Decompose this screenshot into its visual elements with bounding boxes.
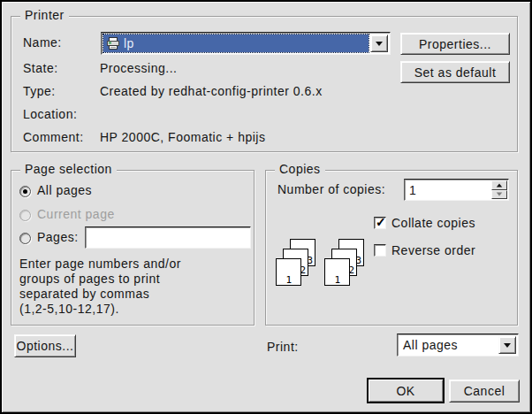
comment-value: HP 2000C, Foomatic + hpijs <box>100 130 265 144</box>
printer-name-combobox[interactable]: lp <box>101 32 391 55</box>
spin-up-button[interactable] <box>491 180 507 190</box>
radio-pages-label[interactable]: Pages: <box>37 230 79 244</box>
reverse-order-label[interactable]: Reverse order <box>391 243 475 257</box>
comment-label: Comment: <box>23 130 84 144</box>
properties-button[interactable]: Properties... <box>400 33 510 55</box>
copies-spin-controls <box>491 180 507 199</box>
print-dialog: Printer Name: lp Properties... Set as de… <box>0 0 532 414</box>
collate-preview-stack: 3 2 1 <box>324 239 366 288</box>
printer-name-value: lp <box>124 36 134 50</box>
state-value: Processing... <box>100 61 177 75</box>
chevron-down-icon <box>376 42 383 46</box>
radio-all-pages[interactable] <box>19 186 31 197</box>
collate-copies-checkbox[interactable]: ✓ <box>374 217 386 229</box>
print-range-value: All pages <box>403 338 458 352</box>
pages-input-wrapper <box>85 226 251 249</box>
printer-name-dropdown-button[interactable] <box>370 34 388 52</box>
checkmark-icon: ✓ <box>376 215 386 229</box>
print-label: Print: <box>267 340 299 354</box>
printer-icon <box>106 37 120 50</box>
printer-name-selected[interactable]: lp <box>103 34 369 52</box>
type-label: Type: <box>23 84 56 98</box>
up-arrow-icon <box>497 183 502 187</box>
pages-input[interactable] <box>86 227 250 248</box>
set-as-default-button[interactable]: Set as default <box>400 61 510 83</box>
location-label: Location: <box>23 107 77 121</box>
copies-spinbox <box>404 179 509 201</box>
reverse-order-checkbox[interactable] <box>374 244 386 257</box>
number-of-copies-label: Number of copies: <box>277 182 385 196</box>
type-value: Created by redhat-config-printer 0.6.x <box>100 84 323 98</box>
radio-all-pages-label[interactable]: All pages <box>37 183 92 197</box>
print-range-combobox[interactable]: All pages <box>397 334 519 356</box>
cancel-button[interactable]: Cancel <box>449 380 520 402</box>
collate-preview-stack: 3 2 1 <box>276 239 317 288</box>
copies-group-title: Copies <box>275 162 325 176</box>
radio-pages[interactable] <box>19 233 31 244</box>
printer-group-title: Printer <box>20 8 69 22</box>
name-label: Name: <box>23 35 62 50</box>
ok-button[interactable]: OK <box>367 378 445 403</box>
state-label: State: <box>23 61 58 75</box>
pages-help-text: Enter page numbers and/or groups of page… <box>19 257 181 317</box>
print-range-dropdown-button[interactable] <box>498 336 516 354</box>
page-selection-group-title: Page selection <box>20 162 117 176</box>
collate-copies-label[interactable]: Collate copies <box>391 216 475 230</box>
radio-current-page-label: Current page <box>37 207 115 221</box>
options-button[interactable]: Options... <box>14 334 76 357</box>
radio-current-page <box>19 210 31 221</box>
down-arrow-icon <box>497 193 502 196</box>
chevron-down-icon <box>504 343 511 348</box>
spin-down-button[interactable] <box>491 190 507 200</box>
